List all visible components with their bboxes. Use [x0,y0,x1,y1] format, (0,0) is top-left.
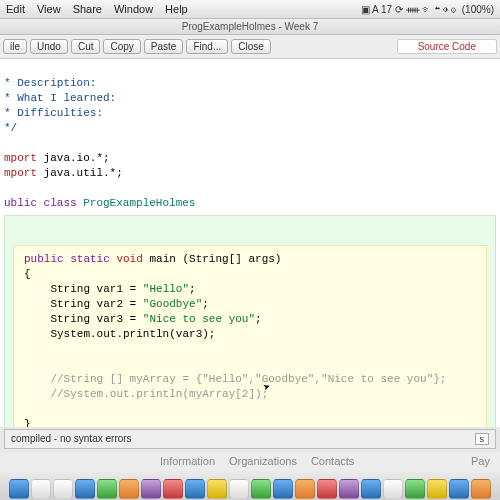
compile-button-partial[interactable]: ile [3,39,27,54]
status-icons: ▣ A 17 ⟳ ᚔ ᯤ ☁ ◑ ⊙ [361,4,456,15]
menu-share[interactable]: Share [73,3,102,15]
comment-line: * Difficulties: [4,107,103,119]
comment-end: */ [4,122,17,134]
mac-menubar: Edit View Share Window Help ▣ A 17 ⟳ ᚔ ᯤ… [0,0,500,19]
method-params: (String[] args) [182,253,281,265]
window-title: ProgExampleHolmes - Week 7 [0,19,500,35]
mac-dock [0,470,500,500]
class-body: public static void main (String[] args) … [4,215,496,427]
dock-app-icon[interactable] [251,479,271,499]
menu-help[interactable]: Help [165,3,188,15]
battery-text: (100%) [462,4,494,15]
import-kw: mport [4,167,44,179]
comment-line: * What I learned: [4,92,116,104]
stmt: System.out.println(var3); [24,328,215,340]
dock-app-icon[interactable] [207,479,227,499]
dock-app-icon[interactable] [273,479,293,499]
cut-button[interactable]: Cut [71,39,101,54]
dock-app-icon[interactable] [427,479,447,499]
toolbar: ile Undo Cut Copy Paste Find... Close So… [0,35,500,59]
dock-app-icon[interactable] [31,479,51,499]
background-nav: Information Organizations Contacts Pay [0,452,500,470]
import-path: java.util.*; [44,167,123,179]
dock-app-icon[interactable] [383,479,403,499]
bg-link: Contacts [311,455,354,467]
dock-app-icon[interactable] [339,479,359,499]
semi: ; [189,283,196,295]
dock-app-icon[interactable] [361,479,381,499]
dock-app-icon[interactable] [75,479,95,499]
stmt: String var1 = [24,283,143,295]
import-kw: mport [4,152,44,164]
brace: { [24,268,31,280]
dock-app-icon[interactable] [449,479,469,499]
string-lit: "Hello" [143,283,189,295]
brace: } [24,418,31,427]
dock-app-icon[interactable] [185,479,205,499]
string-lit: "Nice to see you" [143,313,255,325]
comment-code: //String [] myArray = {"Hello","Goodbye"… [24,373,446,385]
menu-window[interactable]: Window [114,3,153,15]
void-kw: void [116,253,149,265]
status-bar: compiled - no syntax errors s [4,429,496,449]
import-path: java.io.*; [44,152,110,164]
find-button[interactable]: Find... [186,39,228,54]
menu-edit[interactable]: Edit [6,3,25,15]
dock-app-icon[interactable] [295,479,315,499]
bg-link: Organizations [229,455,297,467]
bg-link: Pay [471,455,490,467]
menu-view[interactable]: View [37,3,61,15]
dock-app-icon[interactable] [229,479,249,499]
semi: ; [255,313,262,325]
dock-app-icon[interactable] [471,479,491,499]
dock-app-icon[interactable] [9,479,29,499]
dock-app-icon[interactable] [405,479,425,499]
undo-button[interactable]: Undo [30,39,68,54]
copy-button[interactable]: Copy [103,39,140,54]
code-editor[interactable]: * Description: * What I learned: * Diffi… [0,59,500,427]
close-button[interactable]: Close [231,39,271,54]
compile-status: compiled - no syntax errors [11,433,132,445]
class-name: ProgExampleHolmes [83,197,195,209]
paste-button[interactable]: Paste [144,39,184,54]
method-body: public static void main (String[] args) … [13,245,487,427]
stmt: String var2 = [24,298,143,310]
dock-app-icon[interactable] [163,479,183,499]
bg-link: Information [160,455,215,467]
dock-app-icon[interactable] [97,479,117,499]
method-kw: public static [24,253,116,265]
method-name: main [149,253,182,265]
semi: ; [202,298,209,310]
stmt: String var3 = [24,313,143,325]
source-code-tab[interactable]: Source Code [397,39,497,54]
dock-app-icon[interactable] [317,479,337,499]
status-button[interactable]: s [475,433,490,445]
class-kw: ublic class [4,197,83,209]
comment-code: //System.out.println(myArray[2]); [24,388,268,400]
dock-app-icon[interactable] [141,479,161,499]
dock-app-icon[interactable] [119,479,139,499]
string-lit: "Goodbye" [143,298,202,310]
dock-app-icon[interactable] [53,479,73,499]
comment-line: * Description: [4,77,96,89]
